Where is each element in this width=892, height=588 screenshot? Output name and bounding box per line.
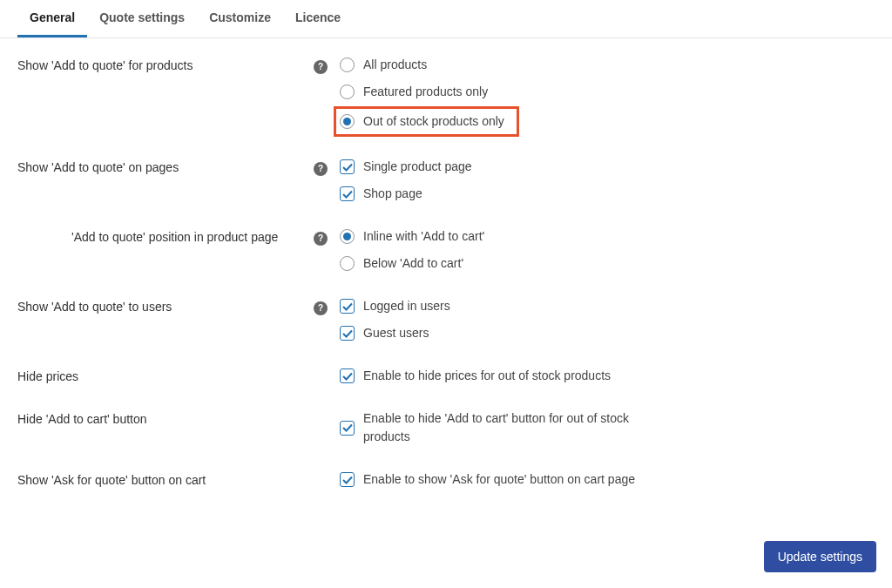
- setting-hide-prices: Hide prices Enable to hide prices for ou…: [17, 367, 875, 385]
- checkbox-option-hide-prices[interactable]: Enable to hide prices for out of stock p…: [340, 367, 875, 385]
- tab-quote-settings[interactable]: Quote settings: [87, 0, 197, 37]
- checkbox-option-shop-page[interactable]: Shop page: [340, 185, 875, 203]
- checkbox-input[interactable]: [340, 472, 355, 487]
- radio-input[interactable]: [340, 256, 355, 271]
- option-label: Out of stock products only: [363, 112, 504, 131]
- setting-hide-add-to-cart: Hide 'Add to cart' button Enable to hide…: [17, 409, 875, 446]
- setting-label: Hide 'Add to cart' button: [17, 409, 314, 426]
- option-label: Inline with 'Add to cart': [363, 227, 484, 246]
- setting-show-for-products: Show 'Add to quote' for products ? All p…: [17, 56, 875, 133]
- setting-label: Show 'Ask for quote' button on cart: [17, 470, 314, 487]
- checkbox-input[interactable]: [340, 368, 355, 383]
- tab-general[interactable]: General: [17, 0, 87, 37]
- checkbox-option-hide-add-to-cart[interactable]: Enable to hide 'Add to cart' button for …: [340, 409, 875, 446]
- checkbox-option-ask-for-quote[interactable]: Enable to show 'Ask for quote' button on…: [340, 470, 875, 489]
- setting-position: 'Add to quote' position in product page …: [17, 227, 875, 273]
- settings-panel: Show 'Add to quote' for products ? All p…: [0, 38, 892, 583]
- option-label: Enable to hide prices for out of stock p…: [363, 367, 611, 385]
- checkbox-input[interactable]: [340, 159, 355, 174]
- radio-option-below[interactable]: Below 'Add to cart': [340, 254, 875, 273]
- option-label: Logged in users: [363, 297, 450, 315]
- option-label: Below 'Add to cart': [363, 254, 463, 273]
- option-label: All products: [363, 56, 427, 74]
- radio-input[interactable]: [340, 84, 355, 99]
- radio-input[interactable]: [340, 229, 355, 244]
- highlighted-option: Out of stock products only: [334, 106, 519, 137]
- radio-option-inline[interactable]: Inline with 'Add to cart': [340, 227, 875, 246]
- help-icon[interactable]: ?: [314, 60, 328, 74]
- help-icon[interactable]: ?: [314, 232, 328, 246]
- check-icon: [342, 162, 353, 172]
- check-icon: [342, 371, 353, 382]
- checkbox-input[interactable]: [340, 186, 355, 201]
- setting-label: Show 'Add to quote' on pages: [17, 158, 314, 174]
- footer-actions: Update settings: [764, 541, 876, 572]
- checkbox-input[interactable]: [340, 421, 355, 436]
- check-icon: [342, 301, 353, 312]
- tab-licence[interactable]: Licence: [283, 0, 353, 37]
- tab-customize[interactable]: Customize: [197, 0, 283, 37]
- setting-label: Hide prices: [17, 367, 314, 383]
- setting-show-on-pages: Show 'Add to quote' on pages ? Single pr…: [17, 158, 875, 203]
- checkbox-input[interactable]: [340, 299, 355, 314]
- option-label: Guest users: [363, 324, 429, 342]
- radio-option-featured-products[interactable]: Featured products only: [340, 83, 875, 101]
- check-icon: [342, 328, 353, 339]
- radio-option-all-products[interactable]: All products: [340, 56, 875, 74]
- option-label: Single product page: [363, 158, 472, 176]
- checkbox-option-guest[interactable]: Guest users: [340, 324, 875, 342]
- option-label: Shop page: [363, 185, 422, 203]
- update-settings-button[interactable]: Update settings: [764, 541, 876, 572]
- radio-input[interactable]: [340, 114, 355, 129]
- setting-label: Show 'Add to quote' to users: [17, 297, 314, 314]
- setting-label: Show 'Add to quote' for products: [17, 56, 314, 72]
- help-icon[interactable]: ?: [314, 162, 328, 176]
- setting-label: 'Add to quote' position in product page: [17, 227, 314, 244]
- check-icon: [342, 475, 353, 485]
- check-icon: [342, 422, 353, 433]
- tab-bar: General Quote settings Customize Licence: [0, 0, 892, 38]
- checkbox-option-single-product[interactable]: Single product page: [340, 158, 875, 176]
- radio-input[interactable]: [340, 57, 355, 72]
- setting-show-ask-for-quote: Show 'Ask for quote' button on cart Enab…: [17, 470, 875, 489]
- option-label: Enable to show 'Ask for quote' button on…: [363, 470, 635, 489]
- help-icon[interactable]: ?: [314, 301, 328, 315]
- checkbox-input[interactable]: [340, 326, 355, 341]
- option-label: Featured products only: [363, 83, 488, 101]
- option-label: Enable to hide 'Add to cart' button for …: [363, 409, 651, 446]
- check-icon: [342, 189, 353, 199]
- checkbox-option-logged-in[interactable]: Logged in users: [340, 297, 875, 315]
- setting-show-to-users: Show 'Add to quote' to users ? Logged in…: [17, 297, 875, 342]
